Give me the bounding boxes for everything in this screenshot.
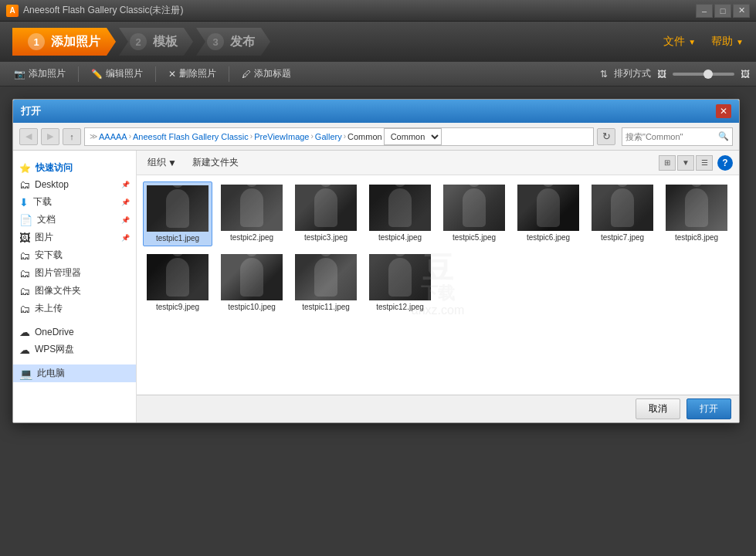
delete-photo-btn[interactable]: ✕ 删除照片: [161, 64, 224, 83]
dialog-title-bar: 打开 ✕: [13, 100, 739, 123]
sidebar-desktop[interactable]: 🗂 Desktop 📌: [13, 176, 136, 193]
open-button[interactable]: 打开: [687, 398, 731, 419]
sidebar-docs[interactable]: 📄 文档 📌: [13, 211, 136, 229]
folder-icon-download: ⬇: [19, 196, 29, 208]
file-name-1: testpic1.jpeg: [156, 234, 199, 242]
file-item-2[interactable]: testpic2.jpeg: [217, 181, 286, 246]
cloud-section: ☁ OneDrive ☁ WPS网盘: [13, 320, 136, 361]
view-details-button[interactable]: ☰: [696, 155, 713, 171]
add-photo-icon: 📷: [14, 69, 25, 80]
sidebar-anzaixia[interactable]: 🗂 安下载: [13, 246, 136, 264]
file-item-1[interactable]: testpic1.jpeg: [143, 181, 212, 246]
bc-preview[interactable]: PreViewImage: [254, 132, 309, 141]
zoom-thumb: [703, 70, 713, 79]
file-thumb-3: [295, 185, 357, 231]
quick-access-section: ⭐ 快速访问 🗂 Desktop 📌 ⬇ 下载 📌 📄: [13, 154, 136, 320]
file-name-6: testpic6.jpeg: [527, 233, 570, 242]
sidebar-pictures[interactable]: 🖼 图片 📌: [13, 229, 136, 246]
cancel-button[interactable]: 取消: [636, 398, 680, 419]
step-bar: 1 添加照片 2 模板 3 发布 文件 ▼ 帮助 ▼: [0, 22, 756, 62]
file-item-11[interactable]: testpic11.jpeg: [291, 251, 361, 314]
bc-gallery[interactable]: Gallery: [315, 132, 342, 141]
title-bar-left: A Aneesoft Flash Gallery Classic(未注册): [6, 4, 183, 17]
pin-icon-pictures: 📌: [121, 234, 130, 242]
file-item-8[interactable]: testpic8.jpeg: [662, 181, 731, 246]
view-icons-button[interactable]: ⊞: [659, 155, 676, 171]
file-name-9: testpic9.jpeg: [156, 303, 199, 311]
pin-icon-docs: 📌: [121, 216, 130, 224]
bc-aneesoft[interactable]: Aneesoft Flash Gallery Classic: [133, 132, 249, 141]
file-item-9[interactable]: testpic9.jpeg: [143, 251, 212, 314]
minimize-button[interactable]: –: [696, 4, 713, 18]
sidebar-image-folder[interactable]: 🗂 图像文件夹: [13, 282, 136, 300]
sidebar-wps[interactable]: ☁ WPS网盘: [13, 341, 136, 358]
help-menu[interactable]: 帮助 ▼: [711, 35, 744, 49]
file-view-buttons: ⊞ ▼ ☰ ?: [659, 155, 733, 171]
sidebar-this-computer[interactable]: 💻 此电脑: [13, 364, 136, 382]
file-item-3[interactable]: testpic3.jpeg: [291, 181, 361, 246]
open-dialog: 打开 ✕ ◀ ▶ ↑ ≫ AAAAA › Aneesoft Flash Gall…: [12, 99, 740, 423]
file-item-7[interactable]: testpic7.jpeg: [588, 181, 657, 246]
breadcrumb-bar: ≫ AAAAA › Aneesoft Flash Gallery Classic…: [84, 127, 594, 146]
add-photo-btn[interactable]: 📷 添加照片: [6, 64, 73, 83]
search-button[interactable]: 🔍: [715, 128, 732, 145]
file-thumb-6: [517, 185, 579, 231]
window-controls[interactable]: – □ ✕: [696, 4, 750, 18]
header-right: 文件 ▼ 帮助 ▼: [663, 35, 744, 49]
file-thumb-9: [147, 254, 208, 300]
folder-icon-docs: 📄: [19, 214, 32, 226]
file-name-8: testpic8.jpeg: [675, 233, 718, 242]
file-menu-label: 文件: [663, 35, 685, 49]
edit-photo-icon: ✏️: [91, 69, 103, 80]
workflow-steps: 1 添加照片 2 模板 3 发布: [12, 28, 270, 56]
file-item-4[interactable]: testpic4.jpeg: [365, 181, 435, 246]
step-3-label: 发布: [230, 34, 255, 50]
new-folder-button[interactable]: 新建文件夹: [186, 154, 245, 171]
step-template[interactable]: 2 模板: [119, 28, 193, 56]
add-photo-label: 添加照片: [29, 67, 66, 80]
refresh-button[interactable]: ↻: [597, 128, 615, 145]
step-1-number: 1: [28, 33, 45, 50]
edit-photo-btn[interactable]: ✏️ 编辑照片: [83, 64, 151, 83]
help-button[interactable]: ?: [717, 155, 733, 171]
dialog-close-button[interactable]: ✕: [716, 104, 731, 118]
maximize-button[interactable]: □: [714, 4, 731, 18]
help-menu-arrow: ▼: [736, 38, 744, 46]
sidebar-not-uploaded[interactable]: 🗂 未上传: [13, 300, 136, 317]
close-button[interactable]: ✕: [733, 4, 750, 18]
file-name-7: testpic7.jpeg: [601, 233, 644, 242]
quick-access-header: ⭐ 快速访问: [13, 157, 136, 176]
organize-button[interactable]: 组织 ▼: [143, 154, 181, 171]
zoom-slider[interactable]: [673, 73, 734, 76]
file-item-10[interactable]: testpic10.jpeg: [217, 251, 286, 314]
folder-icon-anzaixia: 🗂: [19, 249, 30, 262]
step-add-photo[interactable]: 1 添加照片: [12, 28, 116, 56]
step-publish[interactable]: 3 发布: [196, 28, 270, 56]
nav-forward-button[interactable]: ▶: [41, 128, 59, 145]
org-dropdown-arrow: ▼: [168, 158, 177, 168]
add-title-btn[interactable]: 🖊 添加标题: [234, 64, 299, 83]
file-thumb-8: [666, 185, 727, 231]
step-2-number: 2: [130, 33, 147, 50]
file-item-5[interactable]: testpic5.jpeg: [439, 181, 509, 246]
search-input[interactable]: [622, 132, 715, 141]
view-dropdown-button[interactable]: ▼: [677, 155, 694, 171]
sort-icon: ⇅: [600, 69, 608, 80]
sidebar-download[interactable]: ⬇ 下载 📌: [13, 193, 136, 211]
add-title-icon: 🖊: [242, 69, 251, 80]
file-menu[interactable]: 文件 ▼: [663, 35, 696, 49]
star-icon: ⭐: [19, 163, 31, 174]
sidebar-onedrive[interactable]: ☁ OneDrive: [13, 324, 136, 341]
file-name-12: testpic12.jpeg: [376, 303, 424, 311]
file-item-6[interactable]: testpic6.jpeg: [514, 181, 583, 246]
nav-back-button[interactable]: ◀: [19, 128, 38, 145]
file-thumb-5: [443, 185, 505, 231]
bc-common: Common: [347, 132, 382, 141]
nav-up-button[interactable]: ↑: [63, 128, 81, 145]
file-item-12[interactable]: testpic12.jpeg: [365, 251, 435, 314]
bc-aaaaa[interactable]: AAAAA: [99, 132, 127, 141]
breadcrumb-dropdown[interactable]: Common: [384, 128, 442, 145]
sidebar-pic-manager[interactable]: 🗂 图片管理器: [13, 264, 136, 282]
zoom-large-icon: 🖼: [741, 69, 750, 80]
file-thumb-7: [592, 185, 653, 231]
